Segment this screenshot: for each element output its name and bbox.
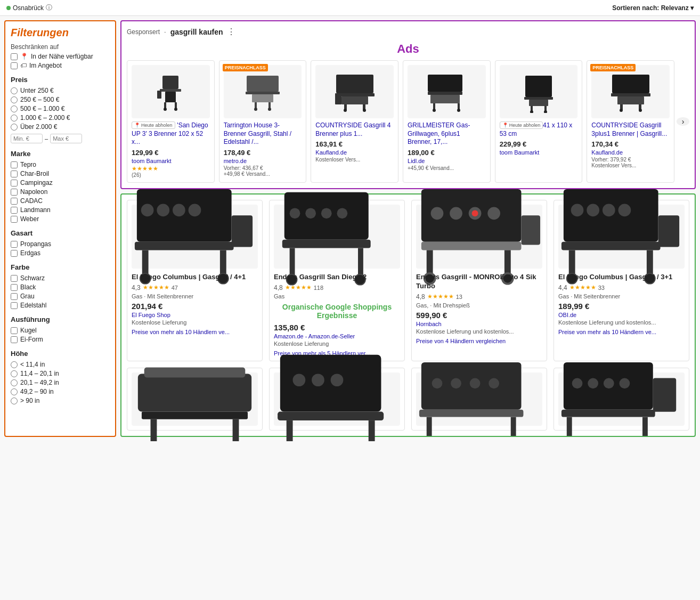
brand-tepro[interactable]: Tepro [11, 161, 110, 168]
brand-landmann[interactable]: Landmann [11, 206, 110, 214]
price-radio-0[interactable] [11, 87, 18, 94]
hoehe-2[interactable]: 20,1 – 49,2 in [11, 379, 110, 386]
ad-name-3[interactable]: GRILLMEISTER Gas-Grillwagen, 6plus1 Bren… [408, 121, 486, 147]
farbe-black[interactable]: Black [11, 283, 110, 291]
ad-price-0: 129,99 € [132, 149, 210, 157]
price-label-2: 500 € – 1.000 € [20, 105, 64, 112]
location-bar: Osnabrück ⓘ [6, 3, 52, 12]
organic-item2-2[interactable] [411, 368, 547, 431]
price-label-1: 250 € – 500 € [20, 96, 59, 103]
farbe-grau[interactable]: Grau [11, 293, 110, 300]
ad-store-4[interactable]: toom Baumarkt [500, 149, 578, 156]
ad-item-1[interactable]: PREISNACHLASS [219, 60, 307, 183]
organic-type-3: Gas · Mit Seitenbrenner [558, 293, 685, 299]
hoehe-1[interactable]: 11,4 – 20,1 in [11, 370, 110, 377]
hoehe-3[interactable]: 49,2 – 90 in [11, 388, 110, 395]
location-help-icon[interactable]: ⓘ [46, 3, 52, 12]
svg-rect-78 [561, 242, 661, 250]
svg-rect-45 [135, 242, 234, 250]
nearby-checkbox[interactable] [11, 53, 18, 60]
ad-item-0[interactable]: 📍 Heute abholen [127, 60, 215, 183]
svg-rect-88 [138, 374, 251, 411]
price-option-2[interactable]: 500 € – 1.000 € [11, 105, 110, 112]
farbe-schwarz[interactable]: Schwarz [11, 274, 110, 282]
price-radio-2[interactable] [11, 106, 18, 112]
top-bar: Osnabrück ⓘ Sortieren nach: Relevanz ▾ [0, 0, 700, 16]
sort-dropdown-icon[interactable]: ▾ [690, 4, 694, 12]
organic-item-3[interactable]: El Fuego Columbus | Gasgrill / 3+1 4,4 ★… [554, 200, 689, 361]
ad-store-5[interactable]: Kaufland.de [591, 149, 670, 156]
ad-name-1[interactable]: Tarrington House 3-Brenner Gasgrill, Sta… [224, 121, 302, 147]
gasart-erdgas[interactable]: Erdgas [11, 249, 110, 257]
brand-campingaz[interactable]: Campingaz [11, 179, 110, 187]
ad-store-3[interactable]: Lidl.de [408, 158, 486, 164]
organic-compare-2[interactable]: Preise von 4 Händlern vergleichen [416, 338, 542, 344]
organic-item2-3[interactable] [554, 368, 689, 431]
brand-weber[interactable]: Weber [11, 215, 110, 223]
ad-store-1[interactable]: metro.de [224, 158, 302, 164]
organic-img2-0 [132, 372, 258, 426]
svg-point-102 [432, 378, 443, 388]
organic-reviews-2: 13 [456, 294, 462, 300]
svg-point-95 [293, 374, 306, 386]
svg-rect-38 [611, 93, 650, 96]
svg-point-82 [618, 204, 631, 217]
ad-store-2[interactable]: Kaufland.de [315, 149, 394, 156]
organic-store-0[interactable]: El Fuego Shop [132, 312, 258, 318]
farbe-edelstahl[interactable]: Edelstahl [11, 302, 110, 309]
price-option-1[interactable]: 250 € – 500 € [11, 96, 110, 103]
brand-char-broil[interactable]: Char-Broil [11, 170, 110, 177]
organic-store-2[interactable]: Hornbach [416, 321, 542, 327]
svg-rect-90 [142, 411, 248, 419]
price-max-input[interactable] [50, 134, 82, 143]
svg-point-29 [457, 109, 460, 112]
sidebar-title: Filterungen [11, 27, 110, 39]
organic-item-2[interactable]: Enders Gasgrill - MONROE Pro 4 Sik Turbo… [411, 200, 547, 361]
svg-rect-25 [430, 95, 460, 103]
brand-napoleon[interactable]: Napoleon [11, 188, 110, 196]
price-radio-3[interactable] [11, 115, 18, 121]
svg-point-47 [157, 204, 169, 217]
filter-nearby[interactable]: 📍 In der Nähe verfügbar [11, 53, 110, 60]
svg-point-21 [363, 109, 366, 112]
offer-checkbox[interactable] [11, 62, 18, 69]
ads-next-arrow[interactable]: › [677, 117, 689, 126]
grill-flat-svg-3 [558, 357, 685, 441]
organic-item-1[interactable]: Enders Gasgrill San Diego 2 4,8 ★★★★★ 11… [269, 200, 405, 361]
organic-compare-0[interactable]: Preise von mehr als 10 Händlern ve... [132, 329, 258, 335]
gasart-propan[interactable]: Propangas [11, 240, 110, 248]
ad-name-2[interactable]: COUNTRYSIDE Gasgrill 4 Brenner plus 1... [315, 121, 394, 138]
ad-name-5[interactable]: COUNTRYSIDE Gasgrill 3plus1 Brenner | Ga… [591, 121, 670, 138]
ad-item-3[interactable]: GRILLMEISTER Gas-Grillwagen, 6plus1 Bren… [403, 60, 491, 183]
price-option-0[interactable]: Unter 250 € [11, 87, 110, 94]
ausfuehrung-ei[interactable]: Ei-Form [11, 336, 110, 343]
price-min-input[interactable] [11, 134, 43, 143]
organic-img2-3 [558, 372, 685, 426]
brand-cadac[interactable]: CADAC [11, 197, 110, 205]
ausfuehrung-kugel[interactable]: Kugel [11, 327, 110, 334]
filter-offer[interactable]: 🏷 Im Angebot [11, 62, 110, 69]
organic-item2-1[interactable] [269, 368, 405, 431]
price-option-3[interactable]: 1.000 € – 2.000 € [11, 114, 110, 121]
ad-item-5[interactable]: PREISNACHLASS [587, 60, 674, 183]
organic-compare-3[interactable]: Preise von mehr als 10 Händlern ve... [558, 329, 685, 335]
ads-label: Ads [127, 42, 689, 56]
organic-store-3[interactable]: OBI.de [558, 312, 685, 318]
svg-point-112 [604, 378, 614, 388]
ad-item-2[interactable]: COUNTRYSIDE Gasgrill 4 Brenner plus 1...… [311, 60, 398, 183]
hoehe-0[interactable]: < 11,4 in [11, 361, 110, 368]
svg-point-5 [164, 108, 167, 111]
ad-item-4[interactable]: 📍 Heute abholen [495, 60, 583, 183]
organic-item2-0[interactable] [127, 368, 263, 431]
ads-header: Gesponsert · gasgrill kaufen ⋮ [127, 27, 689, 37]
organic-store-1[interactable]: Amazon.de - Amazon.de-Seller [274, 333, 400, 339]
price-radio-4[interactable] [11, 124, 18, 131]
price-radio-1[interactable] [11, 96, 18, 103]
svg-point-49 [189, 204, 201, 217]
organic-item-0[interactable]: El Fuego Columbus | Gasgrill / 4+1 4,3 ★… [127, 200, 263, 361]
organic-rating-2: 4,8 ★★★★★ 13 [416, 293, 542, 301]
ads-options-icon[interactable]: ⋮ [227, 27, 235, 37]
ad-store-0[interactable]: toom Baumarkt [132, 158, 210, 164]
price-option-4[interactable]: Über 2.000 € [11, 123, 110, 131]
hoehe-4[interactable]: > 90 in [11, 397, 110, 404]
